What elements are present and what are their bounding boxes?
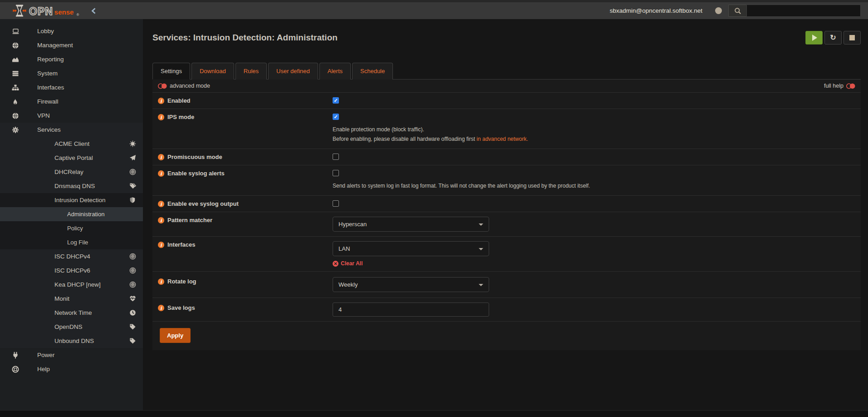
ips-mode-checkbox[interactable] [333,114,339,120]
promiscuous-mode-checkbox[interactable] [333,154,339,160]
save-logs-input[interactable] [333,303,489,317]
circle-x-icon: ✕ [333,261,338,267]
row-enable-syslog-alerts: i Enable syslog alerts Send alerts to sy… [152,165,861,196]
sidebar-item-monit[interactable]: Monit [0,292,143,306]
tab-download[interactable]: Download [191,63,234,79]
sitemap-icon [12,84,37,91]
tab-rules[interactable]: Rules [235,63,267,79]
sidebar-item-intrusion-detection[interactable]: Intrusion Detection [0,193,143,207]
pattern-matcher-select[interactable]: Hyperscan [333,217,489,232]
sidebar-item-administration[interactable]: Administration [0,207,143,221]
sidebar-item-vpn[interactable]: VPN [0,109,143,123]
sidebar-item-policy[interactable]: Policy [0,221,143,235]
row-enable-eve-syslog-output: i Enable eve syslog output [152,196,861,212]
opnsense-logo-icon [13,5,26,17]
syslog-alerts-help: Send alerts to system log in fast log fo… [333,181,596,191]
toggle-off-icon [158,83,167,89]
bullseye-icon [129,169,137,175]
start-service-button[interactable] [805,31,823,45]
rotate-log-select[interactable]: Weekly [333,277,489,292]
sidebar-item-dnsmasq-dns[interactable]: Dnsmasq DNS [0,179,143,193]
row-promiscuous-mode: i Promiscuous mode [152,149,861,165]
play-icon [812,35,817,41]
tag-icon [129,338,137,344]
opnsense-logo[interactable]: OPNsense® [0,5,79,17]
bullseye-icon [129,253,137,260]
footer [0,410,868,417]
sidebar-item-network-time[interactable]: Network Time [0,306,143,320]
heart-pulse-icon [129,295,137,302]
clear-all-button[interactable]: ✕ Clear All [333,260,861,267]
info-icon[interactable]: i [158,98,164,104]
sidebar-item-interfaces[interactable]: Interfaces [0,80,143,94]
row-enabled: i Enabled [152,93,861,109]
tab-bar: Settings Download Rules User defined Ale… [152,63,861,79]
sidebar-item-help[interactable]: Help [0,362,143,376]
sidebar-item-captive-portal[interactable]: Captive Portal [0,151,143,165]
status-dot[interactable] [715,7,722,14]
tab-user-defined[interactable]: User defined [268,63,318,79]
main-content: Services: Intrusion Detection: Administr… [143,19,868,410]
certificate-icon [129,140,137,147]
sidebar-item-lobby[interactable]: Lobby [0,24,143,38]
eve-syslog-checkbox[interactable] [333,200,339,207]
syslog-alerts-checkbox[interactable] [333,170,339,176]
tab-schedule[interactable]: Schedule [352,63,393,79]
life-ring-icon [12,366,37,373]
row-save-logs: i Save logs [152,298,861,322]
sidebar-item-isc-dhcpv4[interactable]: ISC DHCPv4 [0,249,143,263]
refresh-icon: ↻ [830,34,836,41]
user-email[interactable]: sbxadmin@opncentral.softbox.net [610,7,702,14]
info-icon[interactable]: i [158,305,164,311]
row-interfaces: i Interfaces LAN ✕ Clear All [152,237,861,272]
services-section: Services ACME Client Captive Portal DHCR… [0,123,143,348]
plug-icon [12,352,37,359]
sidebar-item-management[interactable]: Management [0,38,143,52]
stop-service-button[interactable] [843,31,861,45]
sidebar-item-opendns[interactable]: OpenDNS [0,320,143,334]
info-icon[interactable]: i [158,201,164,207]
fire-icon [12,98,37,105]
intrusion-detection-group: Intrusion Detection Administration Polic… [0,193,143,249]
sidebar-item-log-file[interactable]: Log File [0,235,143,249]
sidebar-item-dhcrelay[interactable]: DHCRelay [0,165,143,179]
tags-icon [129,183,137,189]
sidebar-item-acme-client[interactable]: ACME Client [0,137,143,151]
row-ips-mode: i IPS mode Enable protection mode (block… [152,109,861,149]
apply-button[interactable]: Apply [160,328,191,343]
tab-alerts[interactable]: Alerts [319,63,351,79]
advanced-network-link[interactable]: in advanced network [476,136,526,142]
laptop-icon [12,28,37,35]
sidebar-item-reporting[interactable]: Reporting [0,52,143,66]
server-icon [12,70,37,77]
globe-icon [12,112,37,119]
interfaces-select[interactable]: LAN [333,241,489,256]
sidebar-item-firewall[interactable]: Firewall [0,94,143,109]
info-icon[interactable]: i [158,114,164,120]
sidebar-item-system[interactable]: System [0,66,143,80]
page-title: Services: Intrusion Detection: Administr… [152,33,338,43]
brand-opn: OPN [29,6,53,17]
advanced-mode-toggle[interactable]: advanced mode [158,83,210,89]
tab-settings[interactable]: Settings [152,63,190,79]
info-icon[interactable]: i [158,242,164,248]
restart-service-button[interactable]: ↻ [824,31,842,45]
info-icon[interactable]: i [158,217,164,223]
enabled-checkbox[interactable] [333,97,339,104]
sidebar-item-isc-dhcpv6[interactable]: ISC DHCPv6 [0,263,143,278]
sidebar-item-services[interactable]: Services [0,123,143,137]
info-icon[interactable]: i [158,154,164,160]
registered-mark: ® [76,13,79,17]
row-rotate-log: i Rotate log Weekly [152,272,861,298]
sidebar-collapse-button[interactable] [91,7,97,15]
sidebar-item-unbound-dns[interactable]: Unbound DNS [0,334,143,348]
shield-icon [129,197,137,204]
sidebar-item-kea-dhcp[interactable]: Kea DHCP [new] [0,278,143,292]
info-icon[interactable]: i [158,278,164,285]
row-pattern-matcher: i Pattern matcher Hyperscan [152,212,861,237]
full-help-toggle[interactable]: full help [824,83,855,89]
info-icon[interactable]: i [158,170,164,177]
gear-icon [12,126,37,134]
sidebar-item-power[interactable]: Power [0,348,143,362]
search-input[interactable] [746,5,861,17]
